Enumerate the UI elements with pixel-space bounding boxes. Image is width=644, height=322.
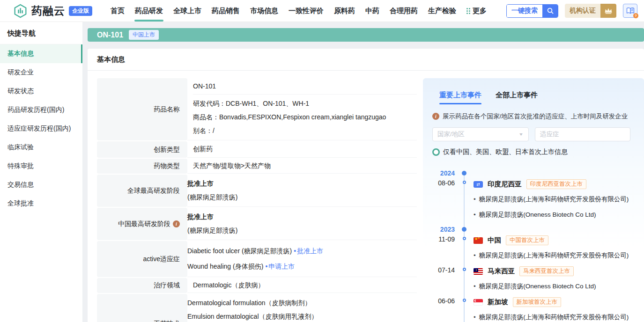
table-row-innovation-type: 创新类型 创新药	[97, 141, 417, 158]
sidebar-item-drug-rnd-history[interactable]: 药品研发历程(国内)	[0, 101, 82, 119]
table-row-therapy-area: 治疗领域 Dermatologic（皮肤病）	[97, 278, 417, 293]
event-date: 07-14	[432, 266, 455, 274]
first-launch-badge: 马来西亚首次上市	[519, 266, 574, 276]
launch-detail-item: 糖尿病足部溃疡(Oneness Biotech Co Ltd)	[474, 282, 638, 291]
tab-important-launch-events[interactable]: 重要上市事件	[439, 91, 481, 104]
timeline-event-malaysia: 07-14 马来西亚 马来西亚首次上市	[432, 266, 638, 276]
launch-detail-item: 糖尿病足部溃疡(上海海和药物研究开发股份有限公司)	[474, 313, 638, 322]
event-dot-icon	[463, 237, 466, 240]
year-dot-icon	[462, 171, 466, 176]
edition-badge: 企业版	[69, 6, 92, 16]
quick-search-button[interactable]: 一键搜索	[506, 4, 558, 18]
year-dot-icon	[462, 227, 466, 232]
timeline-event-china: 11-09 中国 中国首次上市	[432, 235, 638, 245]
tab-all-launch-events[interactable]: 全部上市事件	[496, 91, 538, 104]
basic-info-card: 基本信息 药品名称 ON-101 研发代码：DCB-WH1、ON-101、WH-…	[88, 49, 644, 322]
event-date: 11-09	[432, 235, 455, 243]
table-row-global-stage: 全球最高研发阶段 批准上市 (糖尿病足部溃疡)	[97, 175, 417, 207]
nav-item-rational-use[interactable]: 合理用药	[385, 0, 423, 22]
top-navbar: 药融云 企业版 首页 药品研发 全球上市 药品销售 市场信息 一致性评价 原料药…	[0, 0, 644, 22]
table-row-drug-type: 药物类型 天然产物/提取物>天然产物	[97, 159, 417, 174]
table-row-active-indications: active适应症 Diabetic foot ulcer (糖尿病足部溃疡)•…	[97, 241, 417, 277]
flag-singapore-icon	[474, 299, 483, 306]
nav-item-market-info[interactable]: 市场信息	[245, 0, 283, 22]
sidebar-item-clinical-trials[interactable]: 临床试验	[0, 138, 82, 157]
launch-detail-item: 糖尿病足部溃疡(Oneness Biotech Co Ltd)	[474, 210, 638, 220]
event-date: 08-06	[432, 179, 455, 187]
table-row-technology: 工艺技术 Dermatological formulation（皮肤病制剂） E…	[97, 294, 417, 322]
section-title-basic-info: 基本信息	[88, 49, 644, 71]
topbar-actions: 一键搜索 机构认证 ?	[506, 4, 637, 18]
nav-item-home[interactable]: 首页	[105, 0, 130, 22]
flag-china-icon	[474, 237, 483, 244]
dot-icon: •	[294, 247, 296, 255]
timeline-year: 2024	[432, 169, 455, 177]
sidebar-item-special-approval[interactable]: 特殊审批	[0, 157, 82, 176]
info-icon[interactable]: i	[432, 113, 439, 120]
launch-timeline: 2024 08-06 ⇄ 印度尼西亚 印度尼西亚首次上市	[432, 169, 638, 322]
event-dot-icon	[463, 268, 466, 271]
event-dot-icon	[463, 299, 466, 302]
table-row-drug-name: 药品名称 ON-101 研发代码：DCB-WH1、ON-101、WH-1 商品名…	[97, 78, 417, 140]
approved-launch-link[interactable]: 批准上市	[297, 247, 323, 255]
events-description: 展示药品在各个国家/地区首次批准的适应症、上市时间及研发企业	[443, 112, 628, 121]
events-tabs: 重要上市事件 全部上市事件	[439, 91, 638, 104]
timeline-event-indonesia: 08-06 ⇄ 印度尼西亚 印度尼西亚首次上市	[432, 179, 638, 189]
sidebar-item-global-approval[interactable]: 全球批准	[0, 194, 82, 213]
sidebar-item-deal-info[interactable]: 交易信息	[0, 176, 82, 194]
sidebar-item-indication-rnd-history[interactable]: 适应症研发历程(国内)	[0, 119, 82, 138]
dot-icon: •	[265, 263, 267, 270]
nav-item-drug-sales[interactable]: 药品销售	[207, 0, 245, 22]
country-region-select[interactable]: 国家/地区 ▼	[432, 127, 529, 141]
open-book-icon	[626, 7, 635, 15]
sidebar-item-rnd-company[interactable]: 研发企业	[0, 63, 82, 82]
main-nav: 首页 药品研发 全球上市 药品销售 市场信息 一致性评价 原料药 中药 合理用药…	[105, 0, 492, 22]
nav-item-global-launch[interactable]: 全球上市	[168, 0, 207, 22]
launch-detail-item: 糖尿病足部溃疡(上海海和药物研究开发股份有限公司)	[474, 251, 638, 260]
flag-indonesia-icon: ⇄	[474, 181, 483, 188]
first-launch-only-radio[interactable]	[432, 148, 440, 156]
app-logo[interactable]: 药融云 企业版	[13, 4, 92, 18]
event-date: 06-06	[432, 297, 455, 305]
drug-primary-name: ON-101	[193, 78, 417, 95]
radio-label: 仅看中国、美国、欧盟、日本首次上市信息	[443, 148, 568, 156]
nav-item-more[interactable]: 更多	[461, 0, 492, 22]
quick-nav-sidebar: 快捷导航 基本信息 研发企业 研发状态 药品研发历程(国内) 适应症研发历程(国…	[0, 22, 82, 322]
sidebar-item-rnd-status[interactable]: 研发状态	[0, 82, 82, 101]
indication-input[interactable]: 适应症	[535, 127, 630, 141]
drug-name: ON-101	[97, 31, 123, 39]
first-launch-badge: 新加坡首次上市	[513, 297, 562, 307]
nav-item-production-test[interactable]: 生产检验	[423, 0, 461, 22]
first-launch-badge: 印度尼西亚首次上市	[526, 179, 587, 189]
nav-item-drug-rnd[interactable]: 药品研发	[130, 0, 168, 22]
table-row-china-stage: 中国最高研发阶段 i 批准上市 (糖尿病足部溃疡)	[97, 208, 417, 240]
china-listed-badge: 中国上市	[129, 30, 159, 40]
drug-title-banner: ON-101 中国上市	[88, 28, 644, 42]
logo-text: 药融云	[31, 4, 65, 18]
sidebar-item-basic-info[interactable]: 基本信息	[0, 44, 82, 63]
nav-item-consistency-eval[interactable]: 一致性评价	[283, 0, 329, 22]
org-certification-button[interactable]: 机构认证	[565, 4, 616, 18]
flag-malaysia-icon	[474, 268, 483, 275]
search-icon	[542, 5, 558, 17]
help-manual-button[interactable]: ?	[623, 4, 637, 18]
chevron-down-icon: ▼	[518, 132, 524, 137]
first-launch-badge: 中国首次上市	[506, 235, 548, 245]
launch-events-panel: 重要上市事件 全部上市事件 i 展示药品在各个国家/地区首次批准的适应症、上市时…	[423, 78, 644, 322]
nav-item-api[interactable]: 原料药	[329, 0, 360, 22]
question-badge-icon: ?	[633, 13, 638, 18]
timeline-event-singapore: 06-06 新加坡 新加坡首次上市	[432, 297, 638, 307]
logo-hexagon-icon	[13, 4, 28, 18]
nav-item-tcm[interactable]: 中药	[360, 0, 385, 22]
crown-icon	[600, 4, 616, 18]
timeline-year: 2023	[432, 226, 455, 233]
info-icon[interactable]: i	[173, 220, 180, 227]
sidebar-title: 快捷导航	[0, 22, 82, 44]
event-dot-icon	[463, 181, 466, 184]
launch-detail-item: 糖尿病足部溃疡(上海海和药物研究开发股份有限公司)	[474, 195, 638, 204]
basic-info-table: 药品名称 ON-101 研发代码：DCB-WH1、ON-101、WH-1 商品名…	[97, 78, 417, 322]
more-grid-icon	[466, 8, 470, 14]
applied-launch-link[interactable]: 申请上市	[268, 263, 295, 270]
